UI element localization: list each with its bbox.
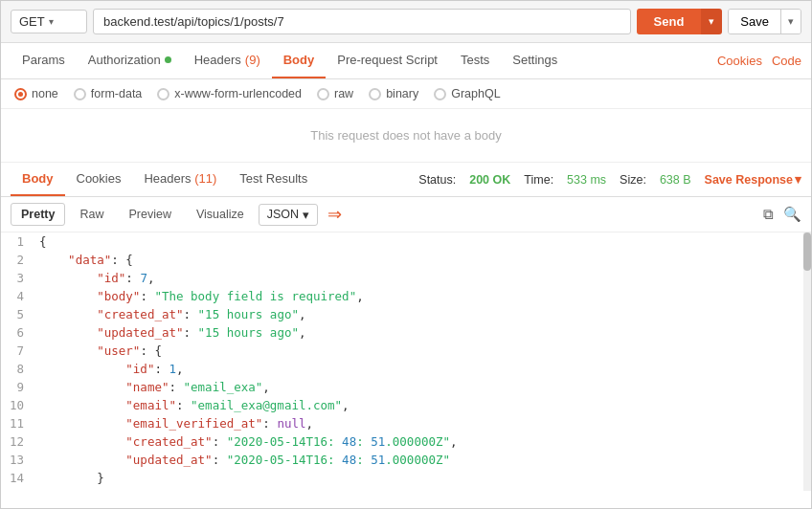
code-line: 14 } (1, 469, 811, 487)
body-type-form-data[interactable]: form-data (74, 87, 143, 100)
code-area: 1{2 "data": {3 "id": 7,4 "body": "The bo… (1, 232, 811, 491)
line-content: "user": { (35, 342, 811, 360)
tab-body[interactable]: Body (272, 43, 327, 78)
scrollbar-thumb[interactable] (803, 232, 811, 271)
line-content: "created_at": "2020-05-14T16: 48: 51.000… (35, 432, 811, 451)
code-line: 11 "email_verified_at": null, (1, 414, 811, 432)
size-value: 638 B (660, 173, 691, 187)
line-number: 14 (1, 469, 35, 487)
fmt-tab-preview[interactable]: Preview (118, 203, 181, 226)
line-content: "data": { (35, 251, 811, 269)
line-number: 1 (1, 232, 35, 251)
format-bar: Pretty Raw Preview Visualize JSON ▾ ⇒ ⧉ … (1, 197, 811, 232)
code-line: 3 "id": 7, (1, 269, 811, 287)
line-number: 2 (1, 251, 35, 269)
tab-params[interactable]: Params (11, 43, 77, 78)
tab-tests[interactable]: Tests (449, 43, 501, 78)
body-type-graphql[interactable]: GraphQL (434, 87, 500, 100)
tab-settings[interactable]: Settings (501, 43, 569, 78)
resp-tab-body[interactable]: Body (11, 163, 65, 196)
top-bar: GET ▾ Send ▾ Save ▾ (1, 1, 811, 43)
tab-authorization[interactable]: Authorization (77, 43, 183, 78)
line-number: 3 (1, 269, 35, 287)
line-number: 15 (1, 487, 35, 491)
line-content: "email": "email_exa@gmail.com", (35, 396, 811, 414)
method-label: GET (19, 14, 45, 29)
resp-tab-test-results[interactable]: Test Results (228, 163, 319, 196)
radio-graphql-dot (434, 88, 446, 100)
time-label: Time: (524, 173, 553, 187)
line-content: "created_at": "15 hours ago", (35, 305, 811, 323)
response-tabs: Body Cookies Headers (11) Test Results S… (1, 163, 811, 197)
save-btn-group: Save ▾ (728, 9, 801, 34)
no-body-message: This request does not have a body (1, 109, 811, 163)
nav-right: Cookies Code (717, 54, 801, 68)
line-number: 7 (1, 342, 35, 360)
method-chevron-icon: ▾ (49, 16, 54, 27)
status-value: 200 OK (469, 173, 510, 187)
time-value: 533 ms (567, 173, 606, 187)
line-number: 8 (1, 360, 35, 378)
code-line: 15 } (1, 487, 811, 491)
cookies-link[interactable]: Cookies (717, 54, 762, 68)
format-right-icons: ⧉ 🔍 (763, 206, 801, 223)
save-button[interactable]: Save (729, 10, 780, 33)
authorization-dot (165, 56, 171, 63)
fmt-tab-raw[interactable]: Raw (69, 203, 114, 226)
code-line: 10 "email": "email_exa@gmail.com", (1, 396, 811, 414)
wrap-icon[interactable]: ⇒ (327, 204, 342, 225)
send-button[interactable]: Send (637, 9, 702, 34)
tab-pre-request-script[interactable]: Pre-request Script (326, 43, 449, 78)
save-dropdown-button[interactable]: ▾ (780, 10, 801, 33)
code-line: 1{ (1, 232, 811, 251)
line-number: 12 (1, 432, 35, 451)
line-content: "id": 1, (35, 360, 811, 378)
search-icon[interactable]: 🔍 (783, 206, 801, 223)
fmt-tab-pretty[interactable]: Pretty (11, 203, 65, 226)
line-number: 10 (1, 396, 35, 414)
line-number: 6 (1, 323, 35, 342)
body-type-bar: none form-data x-www-form-urlencoded raw… (1, 79, 811, 109)
line-number: 5 (1, 305, 35, 323)
line-content: "updated_at": "15 hours ago", (35, 323, 811, 342)
url-input[interactable] (93, 9, 631, 34)
radio-urlencoded-dot (157, 88, 169, 100)
body-type-urlencoded[interactable]: x-www-form-urlencoded (157, 87, 302, 100)
format-selector[interactable]: JSON ▾ (259, 204, 318, 226)
code-line: 7 "user": { (1, 342, 811, 360)
copy-icon[interactable]: ⧉ (763, 206, 774, 223)
radio-raw-dot (317, 88, 329, 100)
code-line: 2 "data": { (1, 251, 811, 269)
radio-formdata-dot (74, 88, 86, 100)
line-content: "email_verified_at": null, (35, 414, 811, 432)
method-selector[interactable]: GET ▾ (11, 10, 87, 33)
tab-headers[interactable]: Headers (9) (183, 43, 272, 78)
fmt-tab-visualize[interactable]: Visualize (186, 203, 255, 226)
save-response-button[interactable]: Save Response ▾ (705, 172, 801, 187)
body-type-binary[interactable]: binary (369, 87, 418, 100)
code-link[interactable]: Code (772, 54, 801, 68)
format-chevron-icon: ▾ (303, 208, 309, 222)
nav-tabs: Params Authorization Headers (9) Body Pr… (1, 43, 811, 79)
send-btn-group: Send ▾ (637, 9, 723, 34)
line-content: "updated_at": "2020-05-14T16: 48: 51.000… (35, 451, 811, 469)
code-line: 9 "name": "email_exa", (1, 378, 811, 396)
line-number: 4 (1, 287, 35, 305)
body-type-raw[interactable]: raw (317, 87, 353, 100)
body-type-none[interactable]: none (14, 87, 58, 100)
code-line: 5 "created_at": "15 hours ago", (1, 305, 811, 323)
resp-tab-headers[interactable]: Headers (11) (132, 163, 228, 196)
scrollbar-track[interactable] (803, 232, 811, 491)
code-line: 4 "body": "The body field is required", (1, 287, 811, 305)
size-label: Size: (620, 173, 646, 187)
send-dropdown-button[interactable]: ▾ (701, 9, 722, 34)
status-label: Status: (418, 173, 456, 187)
line-content: "name": "email_exa", (35, 378, 811, 396)
resp-tab-cookies[interactable]: Cookies (65, 163, 133, 196)
line-number: 13 (1, 451, 35, 469)
radio-none-dot (14, 88, 27, 100)
line-content: "id": 7, (35, 269, 811, 287)
code-line: 12 "created_at": "2020-05-14T16: 48: 51.… (1, 432, 811, 451)
code-line: 6 "updated_at": "15 hours ago", (1, 323, 811, 342)
radio-binary-dot (369, 88, 381, 100)
